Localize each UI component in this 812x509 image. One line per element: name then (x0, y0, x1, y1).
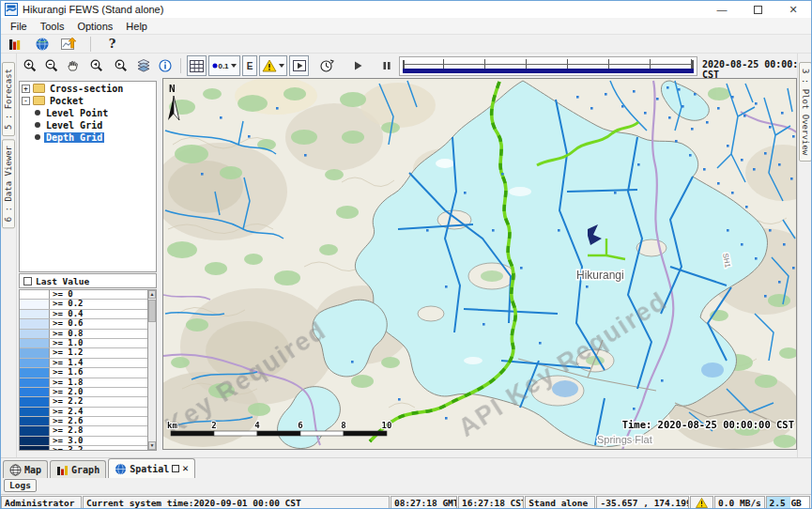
label-tool-button[interactable]: E (242, 55, 257, 76)
left-tab-strip: 5 : Forecast 6 : Data Viewer (1, 54, 17, 457)
legend-row[interactable]: >= 1.2 (20, 348, 147, 358)
legend-class-label: >= 1.4 (50, 359, 84, 367)
folder-icon (33, 96, 45, 105)
last-value-checkbox[interactable] (23, 277, 32, 285)
legend-header: Last Value (19, 273, 157, 288)
legend-row[interactable]: >= 2.6 (20, 417, 147, 426)
display-tab-bar: Map Graph Spatial ✕ (1, 457, 811, 478)
legend-row[interactable]: >= 0.6 (20, 319, 147, 329)
legend-row[interactable]: >= 1.6 (20, 368, 147, 378)
grid-display-button[interactable] (187, 55, 207, 76)
expand-icon[interactable]: + (22, 85, 30, 93)
maximize-button[interactable] (740, 1, 775, 18)
logs-row: Logs (1, 478, 811, 494)
close-button[interactable]: ✕ (775, 1, 811, 18)
legend-scrollbar[interactable]: ▲ ▼ (147, 290, 156, 450)
tree-node-level-grid[interactable]: Level Grid (20, 119, 156, 131)
scroll-up-icon[interactable]: ▲ (148, 290, 156, 299)
legend-row[interactable]: >= 2.2 (20, 397, 147, 407)
menu-tools[interactable]: Tools (35, 19, 70, 34)
menu-help[interactable]: Help (120, 19, 153, 34)
time-slider-range-bar[interactable] (403, 69, 694, 73)
time-slider[interactable] (399, 56, 697, 76)
info-button[interactable] (155, 55, 175, 76)
timeseries-chart-icon (61, 37, 77, 52)
help-button[interactable]: ? (102, 34, 122, 54)
tree-node-pocket[interactable]: - Pocket (20, 95, 156, 106)
legend-class-label: >= 2.2 (50, 397, 84, 406)
place-label: Springs Flat (597, 434, 652, 445)
legend-color-swatch (20, 368, 50, 377)
legend-row[interactable]: >= 0.8 (20, 330, 147, 339)
legend-row[interactable]: >= 0.4 (20, 310, 147, 319)
minimize-button[interactable]: — (704, 1, 740, 18)
legend-row[interactable]: >= 1.0 (20, 339, 147, 348)
interval-value: 0.1 (218, 62, 228, 70)
legend-color-swatch (20, 319, 50, 328)
legend-row[interactable]: >= 2.4 (20, 408, 147, 417)
tab-close-icon[interactable]: ✕ (182, 465, 189, 472)
toolbar-separator (90, 37, 91, 52)
tree-node-level-point[interactable]: Level Point (20, 107, 156, 118)
tab-map[interactable]: Map (3, 460, 48, 478)
tab-data-viewer[interactable]: 6 : Data Viewer (2, 139, 15, 228)
pan-hand-icon (66, 58, 81, 73)
animation-clock-icon (319, 58, 334, 73)
menu-file[interactable]: File (5, 19, 33, 34)
tab-restore-icon[interactable] (172, 465, 179, 472)
zoom-in-icon (23, 58, 38, 73)
layers-button[interactable] (133, 55, 153, 76)
tab-spatial[interactable]: Spatial ✕ (108, 458, 195, 478)
legend-row[interactable]: >= 1.4 (20, 359, 147, 368)
grid-icon (190, 60, 204, 72)
zoom-previous-button[interactable] (84, 55, 107, 76)
legend-row[interactable]: >= 0.2 (20, 300, 147, 309)
tree-node-depth-grid[interactable]: Depth Grid (20, 131, 156, 143)
svg-text:N: N (169, 83, 176, 95)
svg-text:km: km (167, 421, 177, 430)
animation-window-button[interactable] (289, 55, 309, 76)
zoom-in-button[interactable] (20, 55, 39, 76)
legend-row[interactable]: >= 1.8 (20, 378, 147, 388)
node-bullet-icon (35, 134, 40, 140)
legend-row[interactable]: >= 2.8 (20, 426, 147, 436)
scrollbar-thumb[interactable] (148, 300, 156, 322)
scroll-down-icon[interactable]: ▼ (148, 441, 156, 450)
timeseries-dialog-button[interactable] (59, 34, 79, 54)
zoom-next-button[interactable] (109, 55, 131, 76)
legend-color-swatch (20, 397, 50, 406)
legend-class-label: >= 2.8 (50, 426, 84, 435)
archive-icon (8, 37, 23, 52)
legend-row[interactable]: >= 2.0 (20, 388, 147, 397)
collapse-icon[interactable]: - (22, 97, 30, 105)
legend-row[interactable]: >= 3.0 (20, 437, 147, 446)
status-warning-cell[interactable] (690, 496, 713, 509)
menu-options[interactable]: Options (71, 19, 118, 34)
legend-row[interactable]: >= 0 (20, 290, 147, 300)
legend-class-label: >= 3.0 (50, 437, 84, 445)
tab-plot-overview[interactable]: 3 : Plot Overview (799, 62, 812, 162)
right-tab-strip: 3 : Plot Overview (797, 54, 812, 457)
status-download-rate: 0.0 MB/s (714, 496, 764, 509)
play-button[interactable] (347, 55, 367, 76)
animation-settings-button[interactable] (316, 55, 336, 76)
tree-node-cross-section[interactable]: + Cross-section (20, 83, 156, 94)
pan-button[interactable] (63, 55, 83, 76)
warning-thresholds-dropdown[interactable] (259, 55, 287, 76)
logs-button[interactable]: Logs (4, 479, 37, 492)
tab-forecast[interactable]: 5 : Forecast (2, 62, 15, 136)
legend-class-label: >= 2.6 (50, 417, 84, 425)
tab-graph[interactable]: Graph (50, 460, 106, 478)
map-display-button[interactable] (32, 34, 52, 54)
chevron-down-icon (279, 64, 284, 68)
archive-button[interactable] (5, 34, 24, 54)
map-view[interactable]: API Key Required API Key Required Hikura… (162, 78, 797, 450)
label-tool-icon: E (247, 61, 253, 71)
legend-class-label: >= 1.2 (50, 348, 84, 357)
contour-interval-dropdown[interactable]: 0.1 (208, 55, 240, 76)
legend-row[interactable]: >= 3.2 (20, 446, 147, 450)
legend-color-swatch (20, 300, 50, 308)
status-memory-gauge[interactable]: 2.5 GB (766, 496, 811, 509)
pause-button[interactable] (376, 55, 396, 76)
zoom-out-button[interactable] (41, 55, 61, 76)
